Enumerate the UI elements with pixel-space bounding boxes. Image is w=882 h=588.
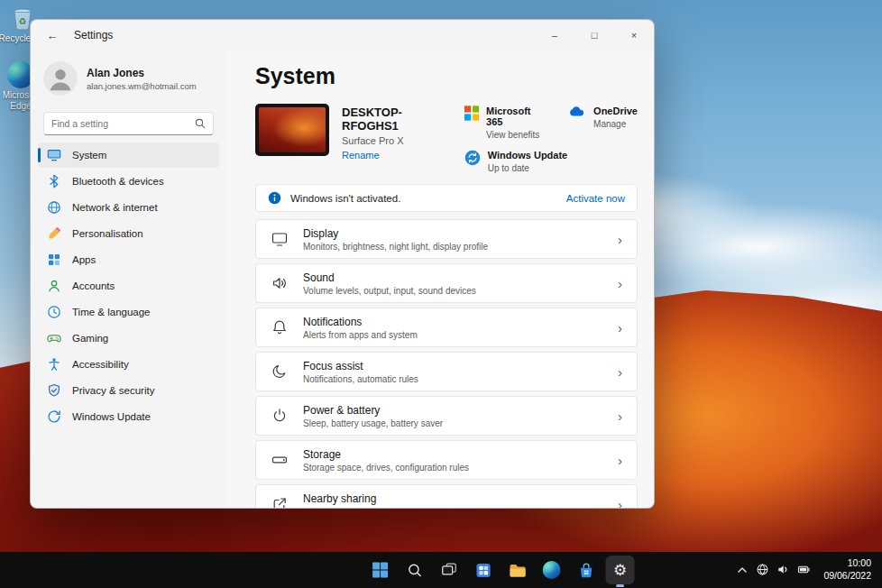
banner-message: Windows isn't activated.	[290, 193, 400, 204]
widgets-button[interactable]	[469, 556, 498, 584]
moon-icon	[271, 363, 289, 381]
task-view-button[interactable]	[435, 556, 464, 584]
window-controls: – □ ×	[535, 20, 654, 51]
card-subtitle[interactable]: View benefits	[486, 130, 547, 140]
sidebar-nav: System Bluetooth & devices Network & int…	[31, 142, 226, 429]
settings-row-storage[interactable]: StorageStorage space, drives, configurat…	[255, 440, 638, 480]
maximize-button[interactable]: □	[574, 20, 614, 51]
storage-drive-icon	[271, 451, 289, 469]
sidebar-item-label: Privacy & security	[72, 385, 154, 396]
sidebar-item-personalisation[interactable]: Personalisation	[38, 221, 219, 246]
apps-grid-icon	[47, 253, 61, 267]
sidebar-item-label: Accessibility	[72, 359, 129, 370]
row-title: Sound	[303, 271, 476, 284]
row-title: Power & battery	[303, 404, 443, 417]
sidebar-item-time-language[interactable]: Time & language	[38, 299, 219, 325]
bluetooth-icon	[47, 174, 61, 188]
row-subtitle: Storage space, drives, configuration rul…	[303, 463, 469, 473]
sidebar-item-label: Time & language	[72, 307, 151, 317]
hidden-icons-chevron[interactable]	[735, 563, 749, 577]
row-subtitle: Alerts from apps and system	[303, 330, 418, 340]
widgets-icon	[474, 562, 492, 579]
accessibility-person-icon	[47, 357, 61, 372]
user-name: Alan Jones	[87, 67, 197, 79]
taskbar: ⚙ 10:00 09/06/2022	[0, 552, 882, 588]
store-button[interactable]	[572, 556, 601, 584]
system-tray: 10:00 09/06/2022	[735, 552, 882, 588]
settings-row-notifications[interactable]: NotificationsAlerts from apps and system…	[255, 308, 638, 347]
sidebar-item-system[interactable]: System	[38, 142, 219, 168]
sidebar-item-accessibility[interactable]: Accessibility	[38, 352, 219, 377]
sidebar-item-apps[interactable]: Apps	[38, 247, 219, 272]
search-input[interactable]	[51, 118, 195, 129]
sidebar-item-label: Bluetooth & devices	[72, 176, 164, 187]
sidebar-item-label: Accounts	[72, 280, 115, 291]
edge-button[interactable]	[537, 556, 566, 584]
device-section: DESKTOP-RFOGHS1 Surface Pro X Rename Mic…	[255, 104, 638, 173]
close-button[interactable]: ×	[614, 20, 654, 51]
settings-row-sound[interactable]: SoundVolume levels, output, input, sound…	[255, 263, 638, 303]
battery-icon[interactable]	[797, 563, 812, 577]
sidebar-item-windows-update[interactable]: Windows Update	[38, 404, 219, 429]
sidebar-item-bluetooth-devices[interactable]: Bluetooth & devices	[38, 169, 219, 194]
microsoft-365-card[interactable]: Microsoft 365 View benefits	[464, 106, 547, 140]
chevron-right-icon: ›	[618, 276, 622, 291]
row-title: Nearby sharing	[303, 492, 452, 505]
taskbar-center: ⚙	[366, 552, 635, 588]
sidebar: Alan Jones alan.jones.wm@hotmail.com Sys…	[31, 51, 226, 508]
sidebar-item-gaming[interactable]: Gaming	[38, 326, 219, 351]
main-content: System DESKTOP-RFOGHS1 Surface Pro X Ren…	[226, 51, 654, 508]
sidebar-item-network-internet[interactable]: Network & internet	[38, 195, 219, 220]
minimize-button[interactable]: –	[535, 20, 574, 51]
back-button[interactable]: ←	[40, 23, 65, 47]
user-email: alan.jones.wm@hotmail.com	[87, 81, 197, 91]
onedrive-card[interactable]: OneDrive Manage	[569, 106, 638, 140]
row-subtitle: Discoverability, received files location	[303, 507, 452, 510]
settings-row-nearby-sharing[interactable]: Nearby sharingDiscoverability, received …	[255, 484, 638, 509]
windows-logo-icon	[372, 561, 390, 579]
sidebar-item-accounts[interactable]: Accounts	[38, 273, 219, 299]
search-box[interactable]	[43, 112, 214, 135]
search-button[interactable]	[400, 556, 429, 584]
shield-icon	[47, 383, 61, 398]
sidebar-item-label: System	[72, 150, 106, 161]
sidebar-item-label: Personalisation	[72, 228, 143, 239]
power-icon	[271, 407, 289, 425]
desktop: ♻ Recycle Bin Microsoft Edge ← Settings …	[0, 0, 882, 588]
card-subtitle[interactable]: Manage	[593, 119, 638, 129]
windows-update-card[interactable]: Windows Update Up to date	[464, 150, 638, 173]
settings-row-power-battery[interactable]: Power & batterySleep, battery usage, bat…	[255, 396, 638, 436]
store-bag-icon	[577, 562, 594, 579]
share-icon	[271, 495, 289, 509]
titlebar: ← Settings – □ ×	[31, 20, 654, 51]
start-button[interactable]	[366, 556, 395, 584]
system-icon	[47, 148, 61, 162]
sidebar-item-privacy-security[interactable]: Privacy & security	[38, 378, 219, 403]
chevron-right-icon: ›	[618, 497, 622, 510]
rename-link[interactable]: Rename	[342, 150, 452, 161]
row-title: Focus assist	[303, 360, 418, 372]
file-explorer-button[interactable]	[503, 556, 532, 584]
microsoft-logo-icon	[464, 106, 479, 121]
settings-row-display[interactable]: DisplayMonitors, brightness, night light…	[255, 219, 638, 259]
chevron-right-icon: ›	[618, 409, 622, 424]
display-icon	[271, 230, 289, 248]
network-icon[interactable]	[756, 563, 770, 577]
volume-icon[interactable]	[776, 563, 791, 577]
chevron-right-icon: ›	[618, 232, 622, 247]
settings-button[interactable]: ⚙	[606, 556, 635, 584]
settings-row-focus-assist[interactable]: Focus assistNotifications, automatic rul…	[255, 352, 638, 391]
card-title: Microsoft 365	[486, 106, 547, 127]
settings-window: ← Settings – □ ×	[30, 19, 655, 509]
update-arrows-icon	[47, 409, 61, 424]
folder-icon	[509, 561, 527, 579]
row-title: Notifications	[303, 316, 418, 328]
sidebar-item-label: Apps	[72, 254, 96, 265]
taskbar-clock[interactable]: 10:00 09/06/2022	[823, 557, 871, 582]
user-profile[interactable]: Alan Jones alan.jones.wm@hotmail.com	[31, 52, 226, 106]
bell-icon	[271, 318, 289, 336]
quick-cards: Microsoft 365 View benefits OneDrive Man…	[464, 104, 638, 173]
svg-text:♻: ♻	[19, 17, 26, 26]
activate-now-link[interactable]: Activate now	[566, 193, 625, 204]
windows-update-icon	[464, 150, 481, 166]
